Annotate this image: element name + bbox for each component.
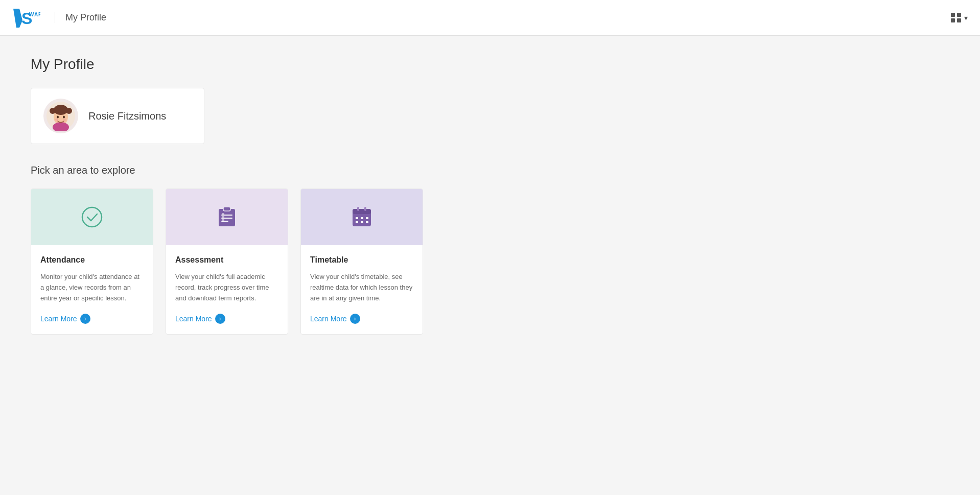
- header: S WARE My Profile ▾: [0, 0, 980, 36]
- calendar-icon: [352, 206, 372, 228]
- timetable-title: Timetable: [310, 255, 413, 265]
- assessment-learn-more[interactable]: Learn More ›: [175, 314, 278, 324]
- section-heading: Pick an area to explore: [31, 164, 480, 176]
- logo: S WARE: [12, 6, 40, 29]
- svg-rect-23: [353, 209, 371, 214]
- clipboard-icon: [217, 206, 237, 228]
- attendance-title: Attendance: [40, 255, 144, 265]
- check-circle-icon: [81, 206, 103, 228]
- timetable-link-label: Learn More: [310, 315, 347, 323]
- svg-rect-19: [222, 213, 224, 216]
- svg-point-5: [54, 105, 68, 115]
- chevron-down-icon: ▾: [964, 14, 968, 22]
- svg-rect-27: [361, 217, 363, 219]
- svg-text:WARE: WARE: [29, 12, 40, 17]
- svg-rect-25: [364, 207, 366, 211]
- svg-rect-20: [222, 216, 224, 219]
- page-title: My Profile: [31, 56, 480, 73]
- assessment-card[interactable]: Assessment View your child's full academ…: [166, 188, 288, 335]
- timetable-link-arrow: ›: [350, 314, 360, 324]
- svg-rect-28: [366, 217, 368, 219]
- svg-rect-31: [366, 221, 368, 223]
- avatar-image: [45, 101, 76, 131]
- assessment-icon-area: [166, 189, 288, 245]
- svg-rect-26: [356, 217, 358, 219]
- assessment-link-arrow: ›: [215, 314, 225, 324]
- attendance-link-label: Learn More: [40, 315, 77, 323]
- profile-card: Rosie Fitzsimons: [31, 88, 204, 144]
- profile-name: Rosie Fitzsimons: [88, 110, 166, 122]
- grid-icon: [951, 13, 961, 23]
- svg-rect-30: [361, 221, 363, 223]
- timetable-card-body: Timetable View your child's timetable, s…: [301, 245, 423, 334]
- attendance-card[interactable]: Attendance Monitor your child's attendan…: [31, 188, 153, 335]
- header-title: My Profile: [55, 12, 106, 23]
- main-content: My Profile: [0, 36, 511, 355]
- svg-point-13: [82, 207, 102, 227]
- apps-menu-button[interactable]: ▾: [951, 13, 968, 23]
- attendance-icon-area: [31, 189, 153, 245]
- header-left: S WARE My Profile: [12, 6, 106, 29]
- assessment-card-body: Assessment View your child's full academ…: [166, 245, 288, 334]
- attendance-description: Monitor your child's attendance at a gla…: [40, 272, 144, 303]
- svg-point-9: [57, 116, 59, 119]
- assessment-description: View your child's full academic record, …: [175, 272, 278, 303]
- svg-point-12: [63, 119, 66, 121]
- avatar: [43, 99, 78, 133]
- attendance-card-body: Attendance Monitor your child's attendan…: [31, 245, 153, 334]
- svg-rect-29: [356, 221, 358, 223]
- svg-rect-24: [357, 207, 359, 211]
- attendance-link-arrow: ›: [80, 314, 90, 324]
- svg-rect-15: [223, 207, 230, 211]
- timetable-icon-area: [301, 189, 423, 245]
- svg-point-6: [50, 108, 56, 114]
- assessment-link-label: Learn More: [175, 315, 212, 323]
- attendance-learn-more[interactable]: Learn More ›: [40, 314, 144, 324]
- vsware-logo-icon: S WARE: [12, 6, 40, 29]
- timetable-card[interactable]: Timetable View your child's timetable, s…: [300, 188, 423, 335]
- svg-point-10: [63, 116, 65, 119]
- assessment-title: Assessment: [175, 255, 278, 265]
- svg-rect-21: [222, 219, 224, 222]
- timetable-learn-more[interactable]: Learn More ›: [310, 314, 413, 324]
- svg-point-7: [66, 108, 72, 114]
- timetable-description: View your child's timetable, see realtim…: [310, 272, 413, 303]
- svg-point-11: [55, 119, 58, 121]
- cards-grid: Attendance Monitor your child's attendan…: [31, 188, 480, 335]
